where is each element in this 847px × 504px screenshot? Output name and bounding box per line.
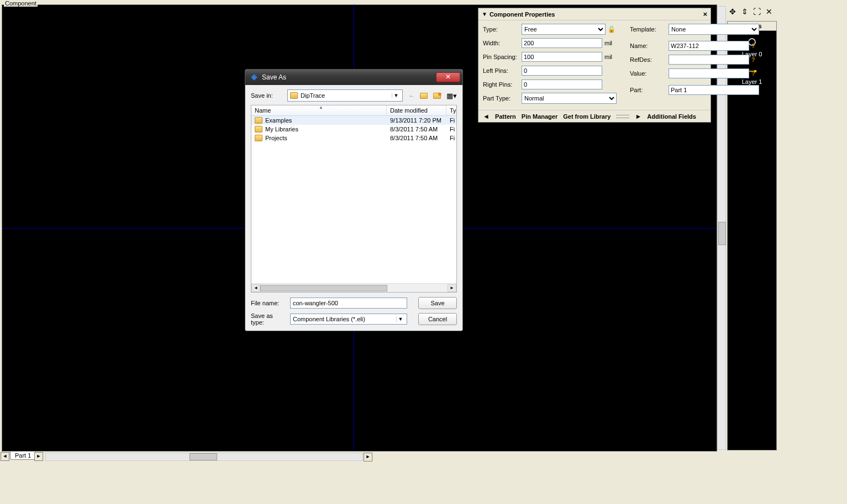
col-date[interactable]: Date modified bbox=[387, 105, 446, 115]
template-label: Template: bbox=[630, 26, 669, 33]
part-tab[interactable]: Part 1 bbox=[10, 452, 36, 460]
rightpins-label: Right Pins: bbox=[483, 81, 522, 88]
props-body: Type: Free 🔓 Width: mil Pin Spacing: mil… bbox=[478, 20, 711, 110]
value-label: Value: bbox=[630, 70, 669, 77]
refdes-label: RefDes: bbox=[630, 56, 669, 63]
separator bbox=[616, 115, 629, 118]
col-name[interactable]: Name ▲ bbox=[251, 105, 387, 115]
saveastype-label: Save as type: bbox=[251, 312, 287, 326]
file-rows: Examples 9/13/2011 7:20 PM Fi My Librari… bbox=[251, 116, 456, 283]
file-list-header: Name ▲ Date modified Ty bbox=[251, 105, 456, 116]
props-footer: ◄ Pattern Pin Manager Get from Library ►… bbox=[478, 110, 711, 123]
lock-icon[interactable]: 🔓 bbox=[608, 26, 617, 33]
cancel-button[interactable]: Cancel bbox=[418, 313, 457, 325]
dropdown-arrow-icon[interactable]: ▼ bbox=[396, 316, 404, 322]
help-icon[interactable]: ? bbox=[751, 43, 759, 49]
fit-icon[interactable]: ⛶ bbox=[751, 6, 762, 17]
pinspacing-unit: mil bbox=[604, 54, 617, 60]
width-unit: mil bbox=[604, 40, 617, 46]
component-properties-panel: ▼ Component Properties × Type: Free 🔓 Wi… bbox=[478, 8, 711, 123]
scroll-thumb[interactable] bbox=[260, 285, 387, 291]
width-label: Width: bbox=[483, 40, 522, 46]
rightpins-input[interactable] bbox=[522, 79, 602, 89]
props-title-text: Component Properties bbox=[490, 11, 703, 18]
save-button[interactable]: Save bbox=[418, 297, 457, 309]
right-toolbar: ✥ ⇕ ⛶ ✕ bbox=[727, 6, 778, 18]
props-close-icon[interactable]: × bbox=[703, 10, 707, 18]
folder-icon bbox=[255, 135, 262, 141]
type-select[interactable]: Free bbox=[522, 24, 606, 35]
folder-icon bbox=[255, 117, 262, 124]
file-row[interactable]: My Libraries 8/3/2011 7:50 AM Fi bbox=[251, 125, 456, 134]
filelist-scrollbar[interactable]: ◄ ► bbox=[251, 283, 456, 292]
up-icon[interactable] bbox=[419, 90, 430, 101]
folder-icon bbox=[290, 92, 298, 99]
file-list: Name ▲ Date modified Ty Examples 9/13/20… bbox=[251, 105, 457, 293]
close-tool-icon[interactable]: ✕ bbox=[764, 6, 775, 17]
help-icon[interactable]: ? bbox=[751, 56, 759, 63]
save-as-dialog: Save As ✕ Save in: DipTrace ▼ ← ✱ ▦▾ Nam… bbox=[245, 69, 463, 331]
scroll-left-icon[interactable]: ◄ bbox=[251, 284, 260, 292]
col-type[interactable]: Ty bbox=[446, 105, 456, 115]
props-left-column: Type: Free 🔓 Width: mil Pin Spacing: mil… bbox=[483, 24, 617, 107]
file-row[interactable]: Examples 9/13/2011 7:20 PM Fi bbox=[251, 116, 456, 125]
scroll-right-icon[interactable]: ► bbox=[448, 284, 456, 292]
savein-select[interactable]: DipTrace ▼ bbox=[287, 89, 403, 102]
nav-icons: ← ✱ ▦▾ bbox=[406, 90, 457, 101]
dialog-titlebar[interactable]: Save As ✕ bbox=[245, 70, 462, 85]
filename-label: File name: bbox=[251, 300, 287, 306]
additional-button[interactable]: Additional Fields bbox=[647, 113, 696, 120]
horizontal-scrollbar[interactable] bbox=[45, 453, 363, 461]
pinspacing-label: Pin Spacing: bbox=[483, 54, 522, 60]
name-input[interactable] bbox=[669, 41, 749, 51]
pinspacing-input[interactable] bbox=[522, 52, 602, 62]
dialog-close-button[interactable]: ✕ bbox=[436, 72, 460, 82]
filename-input[interactable] bbox=[290, 298, 407, 309]
viewmenu-icon[interactable]: ▦▾ bbox=[446, 90, 457, 101]
help-icon[interactable]: ? bbox=[751, 70, 759, 77]
leftpins-input[interactable] bbox=[522, 66, 602, 76]
canvas-title: Component bbox=[4, 0, 38, 7]
pattern-button[interactable]: Pattern bbox=[495, 113, 516, 120]
savein-label: Save in: bbox=[251, 92, 284, 99]
parttype-label: Part Type: bbox=[483, 95, 522, 102]
refdes-input[interactable] bbox=[669, 55, 749, 65]
collapse-arrow-icon[interactable]: ▼ bbox=[482, 11, 487, 17]
back-icon[interactable]: ← bbox=[406, 90, 417, 101]
move-icon[interactable]: ✥ bbox=[727, 6, 738, 17]
leftpins-label: Left Pins: bbox=[483, 67, 522, 74]
name-label: Name: bbox=[630, 43, 669, 49]
value-input[interactable] bbox=[669, 68, 749, 78]
pinmanager-button[interactable]: Pin Manager bbox=[522, 113, 557, 120]
hscroll-right-icon[interactable]: ► bbox=[364, 453, 372, 461]
svg-marker-3 bbox=[251, 74, 257, 81]
part-label: Part: bbox=[630, 87, 669, 93]
type-label: Type: bbox=[483, 26, 522, 33]
width-input[interactable] bbox=[522, 38, 602, 48]
dialog-title: Save As bbox=[262, 73, 436, 81]
dropdown-arrow-icon[interactable]: ▼ bbox=[392, 93, 400, 98]
app-icon bbox=[250, 73, 259, 82]
prev-nav-icon[interactable]: ◄ bbox=[483, 113, 490, 120]
folder-icon bbox=[255, 126, 262, 132]
savein-value: DipTrace bbox=[301, 92, 325, 99]
file-row[interactable]: Projects 8/3/2011 7:50 AM Fi bbox=[251, 134, 456, 142]
getfromlib-button[interactable]: Get from Library bbox=[563, 113, 611, 120]
tab-next-icon[interactable]: ► bbox=[34, 452, 43, 461]
tab-prev-icon[interactable]: ◄ bbox=[1, 452, 9, 461]
part-input[interactable] bbox=[669, 85, 759, 95]
props-right-column: Template: None Name: ? RefDes: ? Value: … bbox=[630, 24, 759, 107]
sort-arrow-icon: ▲ bbox=[319, 105, 323, 110]
template-select[interactable]: None bbox=[669, 24, 759, 35]
hscroll-thumb[interactable] bbox=[190, 453, 217, 460]
updown-icon[interactable]: ⇕ bbox=[739, 6, 750, 17]
parttype-select[interactable]: Normal bbox=[522, 93, 617, 104]
saveastype-select[interactable]: Component Libraries (*.eli) ▼ bbox=[290, 314, 407, 325]
dialog-body: Save in: DipTrace ▼ ← ✱ ▦▾ Name ▲ Date m… bbox=[245, 85, 462, 331]
props-titlebar[interactable]: ▼ Component Properties × bbox=[478, 8, 711, 20]
newfolder-icon[interactable]: ✱ bbox=[433, 90, 444, 101]
bottom-tab-bar: ◄ Part 1 ► ► bbox=[0, 452, 721, 461]
next-nav-icon[interactable]: ► bbox=[635, 113, 641, 120]
